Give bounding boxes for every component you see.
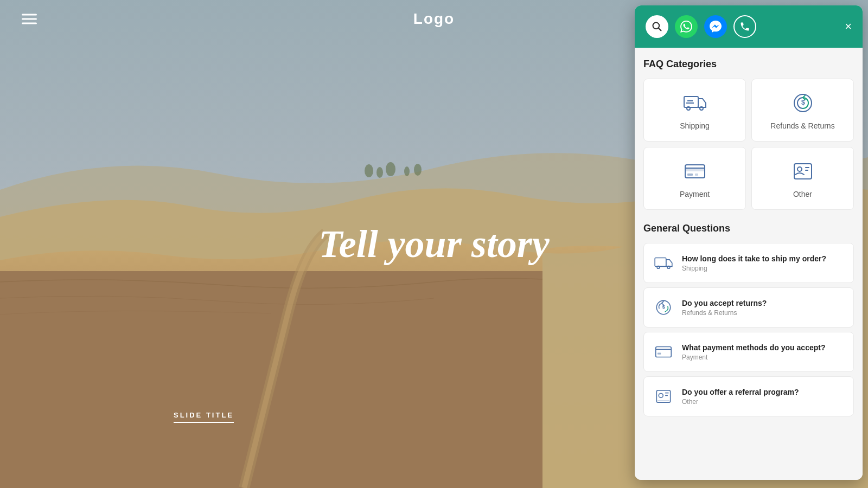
q2-title: Do you accept returns? xyxy=(682,299,845,307)
slide-title: SLIDE TITLE xyxy=(174,411,234,423)
svg-point-2 xyxy=(365,164,373,177)
general-section-title: General Questions xyxy=(643,223,854,234)
hamburger-menu[interactable] xyxy=(22,14,37,24)
phone-button[interactable] xyxy=(733,15,756,38)
q2-category: Refunds & Returns xyxy=(682,309,845,317)
other-label: Other xyxy=(793,190,812,198)
shipping-label: Shipping xyxy=(680,121,710,130)
svg-point-26 xyxy=(657,266,660,269)
whatsapp-button[interactable] xyxy=(675,15,698,38)
question-card-returns[interactable]: $ Do you accept returns? Refunds & Retur… xyxy=(643,287,854,328)
q4-category: Other xyxy=(682,398,845,406)
question-card-other[interactable]: Do you offer a referral program? Other xyxy=(643,376,854,416)
q3-content: What payment methods do you accept? Paym… xyxy=(682,343,845,361)
faq-category-other[interactable]: Other xyxy=(751,147,854,210)
general-questions-list: How long does it take to ship my order? … xyxy=(643,243,854,416)
q4-content: Do you offer a referral program? Other xyxy=(682,388,845,406)
svg-text:$: $ xyxy=(801,99,805,106)
q3-category: Payment xyxy=(682,354,845,361)
faq-category-refunds[interactable]: $ Refunds & Returns xyxy=(751,79,854,142)
q-other-icon xyxy=(653,386,674,407)
q3-title: What payment methods do you accept? xyxy=(682,343,845,352)
svg-point-4 xyxy=(386,162,395,176)
svg-rect-30 xyxy=(656,347,672,357)
shipping-category-icon xyxy=(682,90,708,116)
question-card-shipping[interactable]: How long does it take to ship my order? … xyxy=(643,243,854,283)
faq-category-shipping[interactable]: Shipping xyxy=(643,79,746,142)
svg-point-22 xyxy=(797,167,802,171)
svg-rect-25 xyxy=(655,258,666,267)
svg-rect-20 xyxy=(695,174,698,176)
svg-text:$: $ xyxy=(662,304,666,310)
q2-content: Do you accept returns? Refunds & Returns xyxy=(682,299,845,317)
slide-title-area: SLIDE TITLE xyxy=(174,411,234,423)
svg-rect-21 xyxy=(794,164,812,179)
svg-rect-24 xyxy=(805,170,808,171)
close-button[interactable]: × xyxy=(845,21,852,33)
svg-rect-23 xyxy=(805,167,809,168)
chat-body[interactable]: FAQ Categories Shipping xyxy=(635,48,863,480)
hero-text: Tell your story xyxy=(318,222,549,267)
faq-section-title: FAQ Categories xyxy=(643,59,854,70)
svg-point-6 xyxy=(414,164,422,176)
payment-category-icon xyxy=(682,158,708,184)
refunds-label: Refunds & Returns xyxy=(770,121,834,130)
svg-point-27 xyxy=(667,266,670,269)
search-button[interactable] xyxy=(646,15,668,38)
question-card-payment[interactable]: What payment methods do you accept? Paym… xyxy=(643,332,854,372)
chat-header: × xyxy=(635,5,863,48)
chat-panel: × FAQ Categories Shipping xyxy=(635,5,863,480)
svg-point-5 xyxy=(404,166,410,176)
site-logo: Logo xyxy=(413,10,455,28)
q1-category: Shipping xyxy=(682,265,845,272)
chat-header-icons xyxy=(646,15,756,38)
q1-title: How long does it take to ship my order? xyxy=(682,254,845,263)
q4-title: Do you offer a referral program? xyxy=(682,388,845,396)
svg-point-10 xyxy=(687,107,690,110)
svg-rect-19 xyxy=(687,174,693,176)
q-shipping-icon xyxy=(653,252,674,274)
messenger-button[interactable] xyxy=(704,15,727,38)
svg-point-34 xyxy=(659,393,663,397)
svg-rect-9 xyxy=(684,97,698,107)
svg-point-3 xyxy=(376,167,383,178)
faq-categories-grid: Shipping $ Refunds & Returns xyxy=(643,79,854,210)
refunds-category-icon: $ xyxy=(790,90,816,116)
q-payment-icon xyxy=(653,341,674,363)
svg-line-8 xyxy=(659,28,661,31)
faq-category-payment[interactable]: Payment xyxy=(643,147,746,210)
q1-content: How long does it take to ship my order? … xyxy=(682,254,845,272)
q-returns-icon: $ xyxy=(653,297,674,318)
payment-label: Payment xyxy=(680,190,710,198)
other-category-icon xyxy=(790,158,816,184)
svg-rect-32 xyxy=(658,353,661,355)
svg-point-11 xyxy=(700,107,703,110)
